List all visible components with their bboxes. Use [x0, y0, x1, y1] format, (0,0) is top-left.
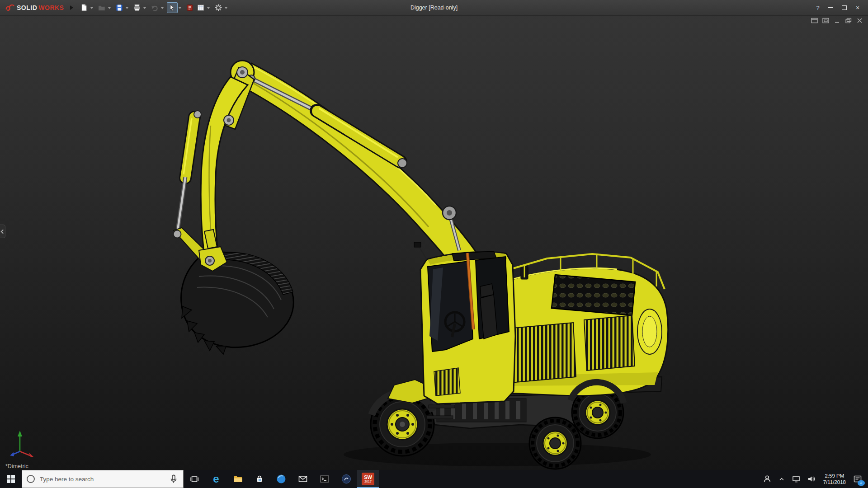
excavator-model[interactable]: [0, 16, 868, 470]
clock-date: 7/11/2018: [823, 479, 846, 485]
dropdown-caret-icon[interactable]: [143, 7, 146, 10]
wheel-front-right[interactable]: [529, 418, 581, 469]
people-icon: [763, 474, 772, 483]
dropdown-caret-icon[interactable]: [126, 7, 128, 10]
close-doc-button[interactable]: [856, 18, 863, 23]
brand-works-text: WORKS: [38, 4, 64, 11]
solidworks-2017-icon: SW 2017: [362, 473, 374, 485]
view-orientation-label: *Dimetric: [5, 463, 28, 469]
save-button[interactable]: [114, 2, 125, 13]
file-explorer-button[interactable]: [227, 470, 249, 488]
file-explorer-icon: [233, 474, 243, 484]
gear-icon: [214, 4, 222, 12]
undo-icon: [151, 4, 159, 12]
evaluate-sheet-button[interactable]: [195, 2, 206, 13]
clock[interactable]: 2:59 PM 7/11/2018: [819, 473, 850, 485]
edge-button[interactable]: e: [205, 470, 227, 488]
volume-button[interactable]: [804, 470, 819, 488]
design-library-icon: [186, 4, 194, 12]
engine-vent-panel: [552, 275, 635, 315]
cab-step: [427, 416, 453, 419]
taskbar-search[interactable]: [22, 470, 184, 488]
solidworks-window: SOLIDWORKS: [0, 0, 868, 488]
cab[interactable]: [414, 242, 515, 404]
maximize-icon: [842, 5, 847, 10]
clock-time: 2:59 PM: [823, 473, 846, 479]
minimize-doc-button[interactable]: [834, 18, 841, 23]
bucket-cylinder[interactable]: [177, 117, 194, 233]
dropdown-caret-icon[interactable]: [90, 7, 93, 10]
window-controls: ? ×: [812, 2, 868, 13]
volume-icon: [807, 474, 816, 483]
people-button[interactable]: [760, 470, 775, 488]
featuremanager-collapsed-tab[interactable]: [0, 225, 5, 238]
network-button[interactable]: [788, 470, 804, 488]
dock-window-button[interactable]: [822, 18, 830, 23]
dark-circle-app-icon: [341, 474, 351, 484]
dropdown-caret-icon[interactable]: [207, 7, 210, 10]
chevron-left-icon: [1, 229, 5, 234]
maximize-button[interactable]: [837, 2, 851, 13]
dock-window-icon: [822, 18, 830, 23]
dropdown-caret-icon[interactable]: [108, 7, 111, 10]
boom[interactable]: [231, 61, 487, 281]
dropdown-caret-icon[interactable]: [225, 7, 227, 10]
boom-cylinder[interactable]: [248, 75, 407, 168]
bucket[interactable]: [181, 252, 294, 354]
search-input[interactable]: [39, 475, 165, 483]
print-button[interactable]: [132, 2, 142, 13]
windows-logo-icon: [7, 475, 15, 483]
minimize-doc-icon: [834, 18, 841, 23]
design-library-button[interactable]: [184, 2, 195, 13]
document-title: Digger [Read-only]: [410, 5, 458, 11]
mirror: [414, 242, 421, 247]
options-button[interactable]: [213, 2, 224, 13]
help-button[interactable]: ?: [812, 5, 824, 11]
blue-circle-app-button[interactable]: [270, 470, 292, 488]
solidworks-2017-button[interactable]: SW 2017: [357, 470, 379, 488]
toolbar-flyout-arrow-icon[interactable]: [70, 5, 73, 10]
start-button[interactable]: [0, 470, 22, 488]
tray-expand-button[interactable]: [775, 470, 788, 488]
store-button[interactable]: [249, 470, 270, 488]
dropdown-caret-icon[interactable]: [179, 7, 181, 10]
cortana-icon: [27, 475, 35, 483]
engine-housing[interactable]: [503, 254, 668, 403]
solidworks-logo: SOLIDWORKS: [0, 3, 66, 12]
minimize-button[interactable]: [824, 2, 837, 13]
save-icon: [115, 4, 123, 12]
restore-doc-button[interactable]: [845, 18, 852, 23]
microphone-icon[interactable]: [169, 474, 179, 484]
store-icon: [255, 474, 264, 484]
3ds-swirl-icon: [5, 3, 15, 12]
open-button[interactable]: [96, 2, 107, 13]
open-folder-icon: [98, 4, 106, 12]
close-button[interactable]: ×: [851, 2, 864, 13]
minimize-icon: [828, 7, 833, 8]
task-view-button[interactable]: [184, 470, 205, 488]
edge-icon: e: [213, 474, 219, 484]
dropdown-caret-icon[interactable]: [161, 7, 164, 10]
terminal-button[interactable]: [314, 470, 335, 488]
sheet-icon: [197, 4, 205, 12]
restore-doc-icon: [845, 18, 852, 23]
float-window-button[interactable]: [811, 18, 818, 23]
document-window-controls: [811, 18, 863, 23]
y-axis-arrow: [18, 431, 22, 436]
action-center-button[interactable]: 2: [850, 470, 865, 488]
dark-circle-app-button[interactable]: [335, 470, 357, 488]
side-grille: [584, 315, 635, 371]
new-document-icon: [80, 4, 88, 12]
chevron-up-icon: [778, 475, 785, 483]
mail-button[interactable]: [292, 470, 314, 488]
close-doc-icon: [856, 18, 863, 23]
cab-step: [429, 405, 455, 408]
select-tool-button[interactable]: [167, 2, 178, 13]
new-document-button[interactable]: [79, 2, 90, 13]
graphics-area[interactable]: *Dimetric: [0, 16, 868, 470]
cab-vent: [434, 368, 460, 396]
bucket-linkage[interactable]: [174, 228, 227, 271]
undo-button[interactable]: [149, 2, 160, 13]
terminal-icon: [320, 474, 330, 484]
notification-badge: 2: [858, 480, 865, 486]
